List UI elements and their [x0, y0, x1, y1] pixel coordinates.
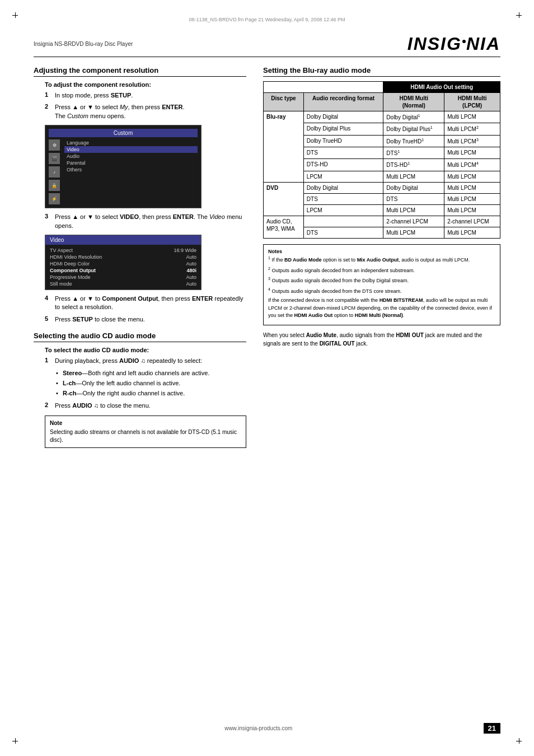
step-text-1: In stop mode, press SETUP.	[55, 91, 246, 100]
menu-icon-1: ⚙	[49, 139, 60, 151]
custom-menu-screenshot: Custom ⚙ 🎬 ♪ 🔒 ⚡ Language Video Audio Pa…	[45, 125, 202, 208]
video-row-hdmi-res: HDMI Video ResolutionAuto	[50, 254, 196, 260]
normal-lpcm-br: Multi LPCM	[383, 171, 444, 182]
col-disc-type: Disc type	[264, 93, 304, 111]
lpcm-dvd-lpcm: Multi LPCM	[444, 204, 500, 216]
step-text-2: Press ▲ or ▼ to select My, then press EN…	[55, 103, 246, 120]
audio-format-truehd: Dolby TrueHD	[303, 135, 383, 147]
normal-dtshd: DTS-HD1	[383, 159, 444, 171]
audio-cd-step-text-1: During playback, press AUDIO ♫ repeatedl…	[55, 357, 246, 365]
file-info: 08-1138_NS-BRDVD.fm Page 21 Wednesday, A…	[189, 17, 345, 22]
menu-icon-5: ⚡	[49, 193, 60, 204]
audio-cd-step-2-list: 2 Press AUDIO ♫ to close the menu.	[34, 402, 246, 410]
step-3: 3 Press ▲ or ▼ to select VIDEO, then pre…	[45, 213, 246, 230]
step-num-5: 5	[45, 315, 53, 324]
video-row-still: Still modeAuto	[50, 281, 196, 287]
col-hdmi-normal: HDMI Multi(Normal)	[383, 93, 444, 111]
table-row-bluray-dd: Blu-ray Dolby Digital Dolby Digital1 Mul…	[264, 111, 500, 123]
audio-format-dtscd: DTS	[303, 227, 383, 238]
component-steps-3: 4 Press ▲ or ▼ to Component Output, then…	[34, 295, 246, 324]
note-text: Selecting audio streams or channels is n…	[50, 428, 241, 444]
section-title-audio-cd: Selecting the audio CD audio mode	[34, 332, 246, 342]
video-menu-screenshot: Video TV Aspect16:9 Wide HDMI Video Reso…	[45, 235, 202, 290]
normal-ddplus: Dolby Digital Plus1	[383, 123, 444, 135]
note-4: 4 Outputs audio signals decoded from the…	[268, 287, 495, 296]
lpcm-dvd-dd: Multi LPCM	[444, 182, 500, 193]
bullet-rch: R-ch—Only the right audio channel is act…	[56, 389, 246, 398]
menu-item-others: Others	[64, 166, 198, 173]
subsection-title-audio-cd: To select the audio CD audio mode:	[34, 347, 246, 353]
table-header-hdmi-out: HDMI Audio Out setting	[383, 82, 500, 93]
audio-cd-step-text-2: Press AUDIO ♫ to close the menu.	[55, 402, 246, 410]
video-row-component: Component Output480i	[50, 267, 196, 274]
audio-format-ddplus: Dolby Digital Plus	[303, 123, 383, 135]
disc-type-bluray: Blu-ray	[264, 111, 304, 183]
audio-cd-bullets: Stereo—Both right and left audio channel…	[34, 369, 246, 398]
lpcm-dd: Multi LPCM	[444, 111, 500, 123]
lpcm-ddplus: Multi LPCM2	[444, 123, 500, 135]
normal-audiocd: 2-channel LPCM	[383, 216, 444, 227]
step-4: 4 Press ▲ or ▼ to Component Output, then…	[45, 295, 246, 312]
lpcm-dvd-dts: Multi LPCM	[444, 193, 500, 204]
step-num-1: 1	[45, 91, 53, 100]
audio-cd-step-num-2: 2	[45, 402, 53, 410]
step-text-4: Press ▲ or ▼ to Component Output, then p…	[55, 295, 246, 312]
col-audio-recording: Audio recording format	[303, 93, 383, 111]
video-menu-title: Video	[45, 235, 201, 245]
subsection-title-component: To adjust the component resolution:	[34, 81, 246, 88]
normal-truehd: Dolby TrueHD1	[383, 135, 444, 147]
step-num-4: 4	[45, 295, 53, 312]
lpcm-truehd: Multi LPCM3	[444, 135, 500, 147]
menu-item-audio: Audio	[64, 153, 198, 160]
note-title: Note	[50, 419, 241, 427]
audio-table: HDMI Audio Out setting Disc type Audio r…	[263, 81, 500, 239]
step-2: 2 Press ▲ or ▼ to select My, then press …	[45, 103, 246, 120]
audio-format-lpcm-br: LPCM	[303, 171, 383, 182]
corner-mark-tr	[515, 11, 523, 19]
normal-dvd-dd: Dolby Digital	[383, 182, 444, 193]
audio-format-audiocd	[303, 216, 383, 227]
step-1: 1 In stop mode, press SETUP.	[45, 91, 246, 100]
custom-menu-sidebar: ⚙ 🎬 ♪ 🔒 ⚡	[49, 139, 60, 204]
custom-menu-body: ⚙ 🎬 ♪ 🔒 ⚡ Language Video Audio Parental …	[49, 139, 198, 204]
note-1: 1 If the BD Audio Mode option is set to …	[268, 255, 495, 264]
corner-mark-tl	[11, 11, 19, 19]
audio-format-dvd-dts: DTS	[303, 193, 383, 204]
component-steps-2: 3 Press ▲ or ▼ to select VIDEO, then pre…	[34, 213, 246, 230]
step-num-2: 2	[45, 103, 53, 120]
video-menu-content: TV Aspect16:9 Wide HDMI Video Resolution…	[45, 245, 201, 290]
left-column: Adjusting the component resolution To ad…	[34, 66, 246, 448]
audio-format-dvd-dd: Dolby Digital	[303, 182, 383, 193]
main-content: Adjusting the component resolution To ad…	[34, 66, 500, 448]
video-row-progressive: Progressive ModeAuto	[50, 274, 196, 281]
audio-format-dvd-lpcm: LPCM	[303, 204, 383, 216]
table-row-audiocd: Audio CD,MP3, WMA 2-channel LPCM 2-chann…	[264, 216, 500, 227]
page-number: 21	[484, 723, 500, 734]
lpcm-dtshd: Multi LPCM4	[444, 159, 500, 171]
step-text-3: Press ▲ or ▼ to select VIDEO, then press…	[55, 213, 246, 230]
page-header: Insignia NS-BRDVD Blu-ray Disc Player IN…	[34, 34, 500, 57]
note-5: If the connected device is not compatibl…	[268, 297, 495, 320]
footer-url: www.insignia-products.com	[34, 725, 484, 731]
right-column: Setting the Blu-ray audio mode HDMI Audi…	[263, 66, 500, 448]
audio-format-dts: DTS	[303, 147, 383, 158]
audio-cd-steps: 1 During playback, press AUDIO ♫ repeate…	[34, 357, 246, 365]
menu-icon-3: ♪	[49, 166, 60, 178]
lpcm-dts: Multi LPCM	[444, 147, 500, 158]
note-2: 2 Outputs audio signals decoded from an …	[268, 266, 495, 275]
audio-format-dd: Dolby Digital	[303, 111, 383, 123]
step-num-3: 3	[45, 213, 53, 230]
normal-dts: DTS1	[383, 147, 444, 158]
menu-item-parental: Parental	[64, 160, 198, 166]
menu-icon-4: 🔒	[49, 180, 60, 191]
lpcm-lpcm-br: Multi LPCM	[444, 171, 500, 182]
step-text-5: Press SETUP to close the menu.	[55, 315, 246, 324]
section-title-component: Adjusting the component resolution	[34, 66, 246, 77]
component-steps-list: 1 In stop mode, press SETUP. 2 Press ▲ o…	[34, 91, 246, 120]
bullet-stereo: Stereo—Both right and left audio channel…	[56, 369, 246, 377]
audio-cd-step-2: 2 Press AUDIO ♫ to close the menu.	[45, 402, 246, 410]
normal-dtscd: Multi LPCM	[383, 227, 444, 238]
lpcm-audiocd: 2-channel LPCM	[444, 216, 500, 227]
header-title: Insignia NS-BRDVD Blu-ray Disc Player	[34, 41, 133, 47]
disc-type-dvd: DVD	[264, 182, 304, 216]
